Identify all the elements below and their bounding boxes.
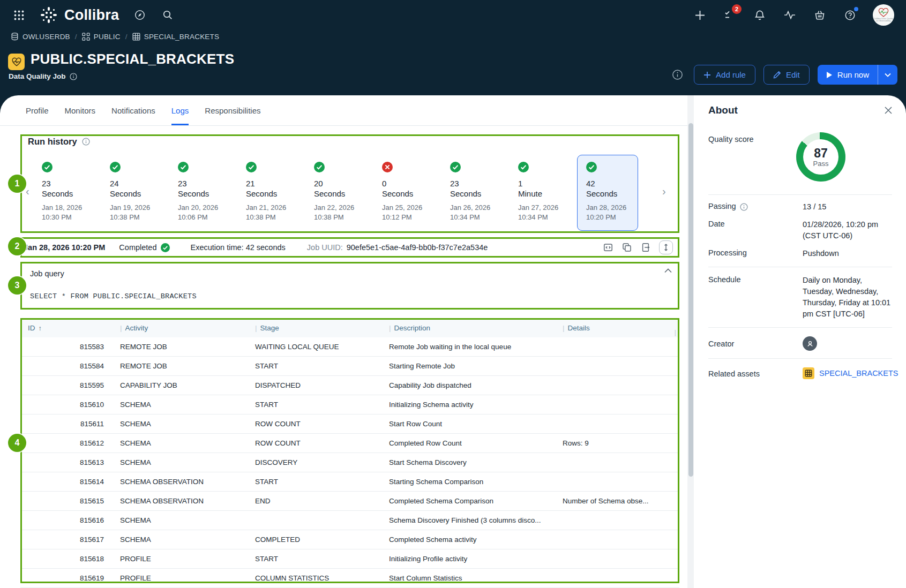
table-row[interactable]: 815614SCHEMA OBSERVATIONSTARTStarting Sc…: [20, 472, 679, 492]
topbar: Collibra 2: [0, 0, 906, 30]
breadcrumb-schema[interactable]: PUBLIC: [82, 33, 121, 41]
job-status: Completed: [119, 243, 156, 252]
run-history-item[interactable]: 42SecondsJan 28, 202610:20 PM: [586, 162, 649, 221]
sort-ascending-icon: ↑: [39, 324, 42, 332]
job-status-bar: Jan 28, 2026 10:20 PM Completed Executio…: [20, 237, 679, 258]
marketplace-basket-icon[interactable]: [813, 8, 827, 22]
cell-activity: SCHEMA: [111, 420, 246, 428]
table-row[interactable]: 815611SCHEMAROW COUNTStart Row Count: [20, 414, 679, 434]
cell-id: 815583: [20, 343, 111, 351]
run-success-icon: [450, 162, 461, 172]
run-now-dropdown-button[interactable]: [878, 65, 897, 85]
app-launcher-icon[interactable]: [12, 8, 26, 22]
table-row[interactable]: 815618PROFILESTARTInitializing Profile a…: [20, 549, 679, 569]
collibra-logo[interactable]: Collibra: [40, 6, 119, 24]
activity-pulse-icon[interactable]: [783, 8, 797, 22]
cell-details: Rows: 9: [554, 439, 679, 447]
creator-avatar[interactable]: [803, 336, 817, 351]
quality-score-label: Quality score: [708, 134, 803, 187]
cell-activity: CAPABILITY JOB: [111, 381, 246, 389]
content-sheet: Profile Monitors Notifications Logs Resp…: [0, 95, 906, 588]
run-failed-icon: [382, 162, 393, 172]
asset-info-icon[interactable]: [672, 69, 683, 80]
run-history-item[interactable]: 1MinuteJan 27, 202610:34 PM: [518, 162, 581, 221]
notifications-bell-icon[interactable]: [753, 8, 767, 22]
run-duration: 23: [42, 179, 105, 188]
page-title: PUBLIC.SPECIAL_BRACKETS: [31, 51, 234, 67]
schedule-value: Daily on Monday, Tuesday, Wednesday, Thu…: [803, 275, 892, 320]
main-scrollbar-thumb[interactable]: [688, 123, 693, 477]
run-history-item[interactable]: 23SecondsJan 26, 202610:34 PM: [450, 162, 513, 221]
cell-stage: START: [246, 555, 380, 563]
cell-description: Start Row Count: [380, 420, 554, 428]
table-row[interactable]: 815610SCHEMASTARTInitializing Schema act…: [20, 395, 679, 414]
breadcrumb-database[interactable]: OWLUSERDB: [11, 32, 70, 41]
table-row[interactable]: 815595CAPABILITY JOBDISPATCHEDCapability…: [20, 376, 679, 395]
table-row[interactable]: 815616SCHEMASchema Discovery Finished (3…: [20, 511, 679, 530]
table-row[interactable]: 815612SCHEMAROW COUNTCompleted Row Count…: [20, 434, 679, 453]
cell-id: 815613: [20, 458, 111, 466]
breadcrumb-table[interactable]: SPECIAL_BRACKETS: [132, 33, 220, 41]
cell-id: 815610: [20, 401, 111, 409]
database-icon: [11, 32, 19, 41]
related-table-icon: [803, 367, 814, 379]
run-success-icon: [42, 162, 53, 172]
table-row[interactable]: 815584REMOTE JOBSTARTStarting Remote Job: [20, 357, 679, 376]
main-scrollbar-track[interactable]: [687, 95, 694, 588]
info-icon[interactable]: [70, 73, 77, 80]
export-log-icon[interactable]: [640, 242, 651, 253]
table-row[interactable]: 815613SCHEMADISCOVERYStart Schema Discov…: [20, 453, 679, 472]
expand-rows-icon[interactable]: [659, 240, 673, 254]
run-history-item[interactable]: 20SecondsJan 22, 202610:38 PM: [314, 162, 377, 221]
tasks-icon[interactable]: 2: [723, 8, 737, 22]
cell-activity: SCHEMA OBSERVATION: [111, 497, 246, 505]
run-duration-unit: Seconds: [382, 189, 445, 198]
related-asset-link[interactable]: SPECIAL_BRACKETS: [819, 369, 898, 378]
table-row[interactable]: 815619PROFILECOLUMN STATISTICSStart Colu…: [20, 569, 679, 588]
compass-icon[interactable]: [133, 8, 147, 22]
help-icon[interactable]: [843, 8, 857, 22]
run-now-button-group: Run now: [818, 65, 897, 85]
run-now-button[interactable]: Run now: [818, 65, 878, 85]
search-icon[interactable]: [161, 8, 175, 22]
logs-table-body: 815583REMOTE JOBWAITING LOCAL QUEUERemot…: [20, 337, 679, 588]
create-plus-icon[interactable]: [693, 8, 707, 22]
column-header-description[interactable]: |Description: [380, 324, 554, 332]
chevron-down-icon: [885, 73, 891, 77]
run-success-icon: [110, 162, 121, 172]
job-query-collapse-icon[interactable]: [664, 268, 672, 273]
info-icon[interactable]: [740, 203, 748, 211]
table-row[interactable]: 815583REMOTE JOBWAITING LOCAL QUEUERemot…: [20, 337, 679, 357]
cell-stage: START: [246, 478, 380, 486]
cell-activity: SCHEMA OBSERVATION: [111, 478, 246, 486]
cell-id: 815612: [20, 439, 111, 447]
column-header-id[interactable]: ID↑: [20, 324, 111, 332]
schedule-label: Schedule: [708, 275, 803, 320]
table-row[interactable]: 815617SCHEMACOMPLETEDCompleted Schema ac…: [20, 530, 679, 549]
collibra-data-quality-page: Collibra 2: [0, 0, 906, 588]
cell-activity: PROFILE: [111, 555, 246, 563]
view-query-icon[interactable]: [603, 242, 613, 253]
edit-button[interactable]: Edit: [763, 65, 810, 85]
column-header-details[interactable]: |Details |: [554, 324, 679, 332]
run-history-item[interactable]: 24SecondsJan 19, 202610:38 PM: [110, 162, 173, 221]
run-duration-unit: Seconds: [450, 189, 513, 198]
run-history-item[interactable]: 23SecondsJan 20, 202610:06 PM: [178, 162, 241, 221]
column-header-stage[interactable]: |Stage: [246, 324, 380, 332]
table-row[interactable]: 815615SCHEMA OBSERVATIONENDCompleted Sch…: [20, 492, 679, 511]
add-rule-button[interactable]: Add rule: [694, 65, 755, 85]
close-icon[interactable]: [885, 107, 892, 114]
run-history-item[interactable]: 21SecondsJan 21, 202610:38 PM: [246, 162, 309, 221]
run-date: Jan 27, 2026: [518, 203, 581, 212]
run-history-item[interactable]: 23SecondsJan 18, 202610:30 PM: [42, 162, 105, 221]
play-icon: [826, 71, 833, 79]
header-actions: Add rule Edit Run now: [672, 65, 897, 85]
cell-id: 815615: [20, 497, 111, 505]
run-history-item[interactable]: 0SecondsJan 25, 202610:12 PM: [382, 162, 445, 221]
cell-id: 815614: [20, 478, 111, 486]
user-avatar[interactable]: Collibra Data Quality& Observability: [873, 4, 894, 26]
copy-icon[interactable]: [622, 242, 632, 253]
column-header-activity[interactable]: |Activity: [111, 324, 246, 332]
cell-stage: START: [246, 401, 380, 409]
person-icon: [806, 340, 814, 348]
